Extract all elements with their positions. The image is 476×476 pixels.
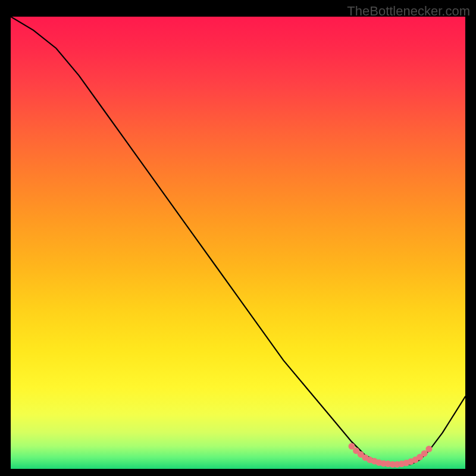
chart-container: TheBottlenecker.com	[0, 0, 476, 476]
watermark-text: TheBottlenecker.com	[347, 4, 470, 19]
heatmap-background	[11, 17, 465, 469]
bottleneck-chart	[11, 17, 465, 469]
highlight-dot	[425, 446, 432, 452]
plot-area	[11, 17, 465, 469]
